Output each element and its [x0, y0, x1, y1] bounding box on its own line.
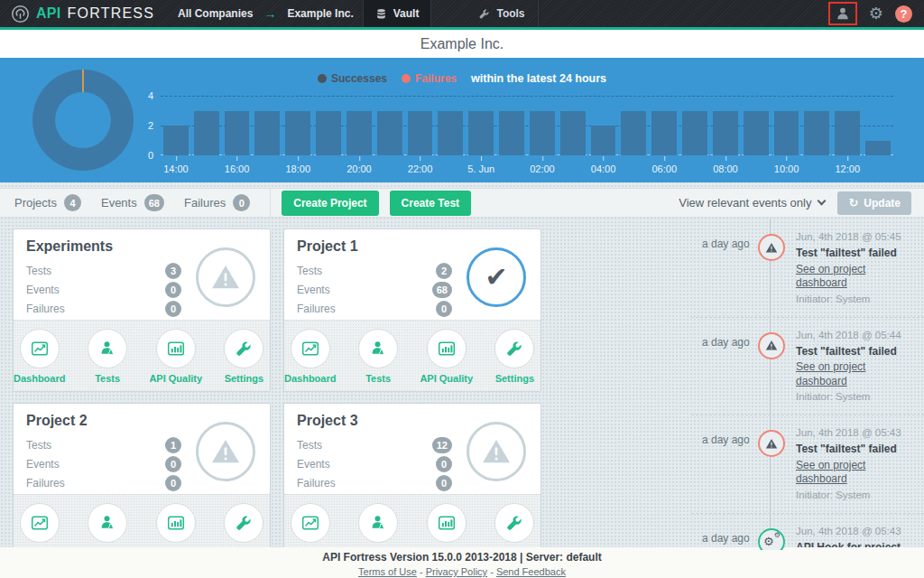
event-dashboard-link[interactable]: See on project dashboard	[796, 360, 917, 388]
action-label: Settings	[225, 373, 263, 384]
api-quality-action-button[interactable]: API Quality	[420, 329, 473, 384]
event-status-icon: ⚙⚙	[758, 332, 785, 359]
nav-vault[interactable]: Vault	[363, 0, 432, 27]
create-test-button[interactable]: Create Test	[390, 191, 471, 216]
stat-badge: 68	[432, 282, 452, 298]
api-quality-action-button[interactable]: API Quality	[150, 329, 202, 384]
dashboard-icon	[20, 329, 60, 368]
footer-links: Terms of Use - Privacy Policy - Send Fee…	[0, 566, 924, 577]
counter-label: Events	[101, 196, 137, 210]
bar	[438, 111, 463, 156]
event-list-item: a day ago ⚙⚙ Jun, 4th 2018 @ 05:44 Test …	[691, 318, 924, 416]
legend-label: Failures	[415, 72, 457, 85]
settings-gear-icon[interactable]: ⚙	[869, 5, 883, 22]
counter-badge: 68	[144, 194, 164, 211]
dashboard-action-button[interactable]: Dashboard	[284, 329, 336, 384]
bar	[499, 111, 524, 156]
project-card-actions: Dashboard Tests API Quality Settings	[284, 494, 541, 550]
stat-row: Tests3	[26, 263, 181, 279]
dashboard-action-button[interactable]: Dashboard	[284, 503, 336, 550]
api-quality-icon	[427, 503, 467, 543]
bar	[865, 141, 891, 156]
event-body: Jun, 4th 2018 @ 05:43 Test "failtest" fa…	[785, 426, 917, 502]
project-card: Project 3 Tests12Events0Failures0 ✔ Dash…	[283, 403, 541, 550]
stat-badge: 0	[165, 475, 181, 491]
event-age: a day ago	[702, 525, 758, 550]
stat-row: Events68	[297, 282, 452, 298]
warning-triangle-icon	[765, 242, 778, 254]
dashboard-action-button[interactable]: Dashboard	[14, 329, 65, 384]
nav-tools[interactable]: Tools	[466, 0, 538, 27]
stat-row: Failures0	[297, 301, 452, 317]
stat-badge: 3	[165, 263, 181, 279]
bar	[346, 111, 372, 156]
event-age: a day ago	[702, 230, 758, 306]
counter-failures: Failures0	[184, 194, 250, 211]
logo-api-text: API	[36, 5, 61, 22]
settings-action-button[interactable]: Settings	[218, 503, 270, 550]
x-axis-label: 22:00	[408, 163, 433, 174]
stat-badge: 0	[436, 475, 452, 491]
toolbar-right: View relevant events only ↻ Update	[679, 191, 924, 215]
events-filter-dropdown[interactable]: View relevant events only	[679, 196, 825, 210]
action-label: Dashboard	[284, 373, 336, 384]
event-list-item: a day ago ⚙⚙ Jun, 4th 2018 @ 05:45 Test …	[691, 219, 924, 318]
dashboard-action-button[interactable]: Dashboard	[14, 503, 65, 550]
tests-action-button[interactable]: Tests	[81, 503, 133, 550]
tests-action-button[interactable]: Tests	[352, 329, 403, 384]
stat-badge: 12	[432, 437, 452, 453]
footer-link[interactable]: Privacy Policy	[426, 566, 487, 577]
bar	[194, 111, 219, 156]
bar	[651, 111, 677, 156]
x-axis-label: 10:00	[774, 163, 799, 174]
event-dashboard-link[interactable]: See on project dashboard	[796, 459, 917, 487]
settings-icon	[224, 329, 263, 368]
event-dashboard-link[interactable]: See on project dashboard	[796, 263, 917, 291]
settings-action-button[interactable]: Settings	[489, 329, 541, 384]
api-quality-action-button[interactable]: API Quality	[150, 503, 202, 550]
event-initiator: Initiator: System	[796, 293, 917, 306]
nav-all-companies[interactable]: All Companies	[169, 0, 262, 27]
tests-action-button[interactable]: Tests	[81, 329, 133, 384]
stat-label: Tests	[26, 265, 51, 277]
y-axis-label: 2	[148, 120, 153, 131]
settings-action-button[interactable]: Settings	[218, 329, 270, 384]
x-axis-label: 5. Jun	[467, 163, 494, 174]
stat-badge: 0	[436, 456, 452, 472]
tests-action-button[interactable]: Tests	[352, 503, 403, 550]
events-panel: a day ago ⚙⚙ Jun, 4th 2018 @ 05:45 Test …	[691, 219, 924, 550]
footer-link[interactable]: Send Feedback	[496, 566, 566, 577]
bar	[285, 111, 310, 156]
user-menu-button[interactable]	[828, 2, 857, 25]
bar	[713, 111, 738, 156]
nav-company[interactable]: Example Inc.	[278, 0, 362, 27]
nav-vault-label: Vault	[393, 7, 420, 20]
footer-link[interactable]: Terms of Use	[358, 566, 417, 577]
event-title: Test "failtest" failed	[796, 345, 917, 359]
nav-items: All Companies → Example Inc. Vault Tools	[169, 0, 539, 27]
help-icon[interactable]: ?	[895, 5, 912, 23]
update-button[interactable]: ↻ Update	[837, 191, 911, 215]
tests-icon	[88, 503, 127, 543]
settings-action-button[interactable]: Settings	[489, 503, 541, 550]
bar-chart-yticks: 420	[137, 96, 153, 155]
project-card-actions: Dashboard Tests API Quality Settings	[14, 320, 270, 391]
event-age: a day ago	[702, 329, 758, 405]
project-status-circle: ✔	[467, 247, 526, 307]
stat-row: Failures0	[26, 301, 181, 317]
counter-label: Projects	[14, 196, 57, 210]
api-quality-action-button[interactable]: API Quality	[420, 503, 473, 550]
settings-icon	[224, 503, 263, 543]
bar	[682, 111, 707, 156]
api-quality-icon	[156, 329, 196, 368]
bar	[163, 126, 189, 155]
stat-badge: 0	[165, 301, 181, 317]
create-project-button[interactable]: Create Project	[282, 191, 378, 216]
event-age: a day ago	[702, 426, 758, 502]
event-list-item: a day ago ⚙⚙ Jun, 4th 2018 @ 05:43 Test …	[691, 415, 924, 514]
x-axis-label: 04:00	[591, 163, 616, 174]
y-axis-label: 0	[148, 150, 153, 161]
settings-icon	[494, 329, 534, 368]
page-title: Example Inc.	[420, 36, 504, 52]
apifortress-logo[interactable]: API FORTRESS	[0, 0, 169, 27]
